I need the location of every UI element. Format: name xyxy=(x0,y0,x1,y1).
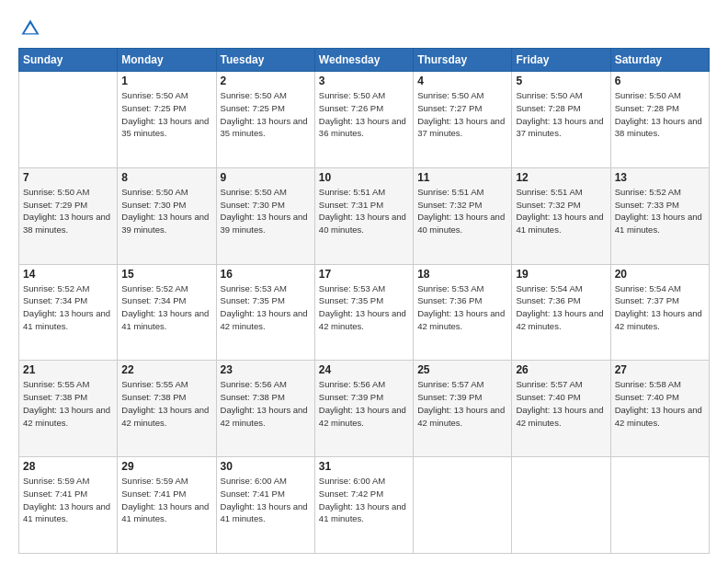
day-number: 19 xyxy=(516,268,606,281)
calendar-day-header: Thursday xyxy=(414,49,512,72)
day-info: Sunrise: 5:51 AM Sunset: 7:32 PM Dayligh… xyxy=(516,186,606,236)
day-number: 15 xyxy=(121,268,211,281)
calendar-cell: 16Sunrise: 5:53 AM Sunset: 7:35 PM Dayli… xyxy=(216,264,314,361)
calendar-week-row: 28Sunrise: 5:59 AM Sunset: 7:41 PM Dayli… xyxy=(19,457,710,554)
calendar-cell: 2Sunrise: 5:50 AM Sunset: 7:25 PM Daylig… xyxy=(216,72,314,168)
day-info: Sunrise: 5:59 AM Sunset: 7:41 PM Dayligh… xyxy=(121,475,211,525)
day-info: Sunrise: 5:50 AM Sunset: 7:28 PM Dayligh… xyxy=(615,89,705,140)
calendar-cell: 26Sunrise: 5:57 AM Sunset: 7:40 PM Dayli… xyxy=(512,361,610,457)
day-info: Sunrise: 5:55 AM Sunset: 7:38 PM Dayligh… xyxy=(121,378,211,429)
day-number: 10 xyxy=(319,171,409,184)
calendar-table: SundayMondayTuesdayWednesdayThursdayFrid… xyxy=(18,48,710,554)
day-info: Sunrise: 5:54 AM Sunset: 7:37 PM Dayligh… xyxy=(615,282,705,333)
day-number: 24 xyxy=(319,363,409,376)
day-number: 28 xyxy=(23,460,113,473)
calendar-cell: 5Sunrise: 5:50 AM Sunset: 7:28 PM Daylig… xyxy=(512,72,610,168)
day-info: Sunrise: 5:53 AM Sunset: 7:35 PM Dayligh… xyxy=(319,282,409,333)
day-number: 25 xyxy=(417,363,507,376)
calendar-cell: 11Sunrise: 5:51 AM Sunset: 7:32 PM Dayli… xyxy=(414,167,512,264)
day-info: Sunrise: 5:50 AM Sunset: 7:30 PM Dayligh… xyxy=(121,186,211,236)
calendar-cell: 20Sunrise: 5:54 AM Sunset: 7:37 PM Dayli… xyxy=(610,264,709,361)
calendar-day-header: Wednesday xyxy=(314,49,413,72)
calendar-cell xyxy=(512,457,610,554)
day-info: Sunrise: 5:59 AM Sunset: 7:41 PM Dayligh… xyxy=(23,475,113,525)
logo xyxy=(18,17,40,39)
calendar-cell: 12Sunrise: 5:51 AM Sunset: 7:32 PM Dayli… xyxy=(512,167,610,264)
day-info: Sunrise: 5:55 AM Sunset: 7:38 PM Dayligh… xyxy=(23,378,113,429)
header xyxy=(18,17,710,39)
calendar-cell: 15Sunrise: 5:52 AM Sunset: 7:34 PM Dayli… xyxy=(118,264,216,361)
day-info: Sunrise: 5:50 AM Sunset: 7:29 PM Dayligh… xyxy=(23,186,113,236)
calendar-cell: 8Sunrise: 5:50 AM Sunset: 7:30 PM Daylig… xyxy=(118,167,216,264)
day-number: 11 xyxy=(417,171,507,184)
day-number: 4 xyxy=(417,75,507,87)
day-number: 27 xyxy=(615,363,705,376)
day-number: 6 xyxy=(615,75,705,87)
day-number: 9 xyxy=(221,171,311,184)
day-number: 17 xyxy=(319,268,409,281)
day-info: Sunrise: 5:50 AM Sunset: 7:25 PM Dayligh… xyxy=(121,89,211,140)
calendar-cell: 19Sunrise: 5:54 AM Sunset: 7:36 PM Dayli… xyxy=(512,264,610,361)
calendar-cell xyxy=(19,72,118,168)
day-number: 29 xyxy=(121,460,211,473)
calendar-cell: 28Sunrise: 5:59 AM Sunset: 7:41 PM Dayli… xyxy=(19,457,118,554)
calendar-cell: 24Sunrise: 5:56 AM Sunset: 7:39 PM Dayli… xyxy=(314,361,413,457)
calendar-cell: 18Sunrise: 5:53 AM Sunset: 7:36 PM Dayli… xyxy=(414,264,512,361)
day-info: Sunrise: 6:00 AM Sunset: 7:42 PM Dayligh… xyxy=(319,475,409,525)
day-number: 20 xyxy=(615,268,705,281)
calendar-day-header: Monday xyxy=(118,49,216,72)
day-info: Sunrise: 6:00 AM Sunset: 7:41 PM Dayligh… xyxy=(221,475,311,525)
calendar-cell: 1Sunrise: 5:50 AM Sunset: 7:25 PM Daylig… xyxy=(118,72,216,168)
day-number: 7 xyxy=(23,171,113,184)
day-info: Sunrise: 5:53 AM Sunset: 7:36 PM Dayligh… xyxy=(417,282,507,333)
day-number: 23 xyxy=(221,363,311,376)
calendar-cell: 14Sunrise: 5:52 AM Sunset: 7:34 PM Dayli… xyxy=(19,264,118,361)
calendar-cell: 4Sunrise: 5:50 AM Sunset: 7:27 PM Daylig… xyxy=(414,72,512,168)
page: SundayMondayTuesdayWednesdayThursdayFrid… xyxy=(0,0,728,563)
day-info: Sunrise: 5:52 AM Sunset: 7:33 PM Dayligh… xyxy=(615,186,705,236)
day-number: 13 xyxy=(615,171,705,184)
day-info: Sunrise: 5:50 AM Sunset: 7:26 PM Dayligh… xyxy=(319,89,409,140)
calendar-cell: 31Sunrise: 6:00 AM Sunset: 7:42 PM Dayli… xyxy=(314,457,413,554)
day-number: 21 xyxy=(23,363,113,376)
calendar-cell: 10Sunrise: 5:51 AM Sunset: 7:31 PM Dayli… xyxy=(314,167,413,264)
calendar-day-header: Sunday xyxy=(19,49,118,72)
calendar-cell: 23Sunrise: 5:56 AM Sunset: 7:38 PM Dayli… xyxy=(216,361,314,457)
day-number: 1 xyxy=(121,75,211,87)
calendar-cell: 3Sunrise: 5:50 AM Sunset: 7:26 PM Daylig… xyxy=(314,72,413,168)
day-number: 5 xyxy=(516,75,606,87)
calendar-week-row: 1Sunrise: 5:50 AM Sunset: 7:25 PM Daylig… xyxy=(19,72,710,168)
day-number: 22 xyxy=(121,363,211,376)
calendar-week-row: 14Sunrise: 5:52 AM Sunset: 7:34 PM Dayli… xyxy=(19,264,710,361)
day-info: Sunrise: 5:53 AM Sunset: 7:35 PM Dayligh… xyxy=(221,282,311,333)
day-info: Sunrise: 5:50 AM Sunset: 7:30 PM Dayligh… xyxy=(221,186,311,236)
day-number: 2 xyxy=(221,75,311,87)
day-info: Sunrise: 5:50 AM Sunset: 7:25 PM Dayligh… xyxy=(221,89,311,140)
day-info: Sunrise: 5:57 AM Sunset: 7:39 PM Dayligh… xyxy=(417,378,507,429)
day-number: 18 xyxy=(417,268,507,281)
day-info: Sunrise: 5:50 AM Sunset: 7:28 PM Dayligh… xyxy=(516,89,606,140)
calendar-day-header: Tuesday xyxy=(216,49,314,72)
calendar-cell: 25Sunrise: 5:57 AM Sunset: 7:39 PM Dayli… xyxy=(414,361,512,457)
day-number: 12 xyxy=(516,171,606,184)
day-info: Sunrise: 5:51 AM Sunset: 7:32 PM Dayligh… xyxy=(417,186,507,236)
day-info: Sunrise: 5:54 AM Sunset: 7:36 PM Dayligh… xyxy=(516,282,606,333)
calendar-cell: 6Sunrise: 5:50 AM Sunset: 7:28 PM Daylig… xyxy=(610,72,709,168)
day-number: 31 xyxy=(319,460,409,473)
calendar-cell: 17Sunrise: 5:53 AM Sunset: 7:35 PM Dayli… xyxy=(314,264,413,361)
calendar-cell: 22Sunrise: 5:55 AM Sunset: 7:38 PM Dayli… xyxy=(118,361,216,457)
day-info: Sunrise: 5:57 AM Sunset: 7:40 PM Dayligh… xyxy=(516,378,606,429)
day-info: Sunrise: 5:56 AM Sunset: 7:39 PM Dayligh… xyxy=(319,378,409,429)
calendar-week-row: 7Sunrise: 5:50 AM Sunset: 7:29 PM Daylig… xyxy=(19,167,710,264)
day-number: 26 xyxy=(516,363,606,376)
calendar-day-header: Friday xyxy=(512,49,610,72)
calendar-day-header: Saturday xyxy=(610,49,709,72)
day-info: Sunrise: 5:58 AM Sunset: 7:40 PM Dayligh… xyxy=(615,378,705,429)
day-info: Sunrise: 5:52 AM Sunset: 7:34 PM Dayligh… xyxy=(23,282,113,333)
calendar-cell: 29Sunrise: 5:59 AM Sunset: 7:41 PM Dayli… xyxy=(118,457,216,554)
day-number: 16 xyxy=(221,268,311,281)
day-info: Sunrise: 5:50 AM Sunset: 7:27 PM Dayligh… xyxy=(417,89,507,140)
calendar-cell: 21Sunrise: 5:55 AM Sunset: 7:38 PM Dayli… xyxy=(19,361,118,457)
calendar-cell: 7Sunrise: 5:50 AM Sunset: 7:29 PM Daylig… xyxy=(19,167,118,264)
calendar-cell xyxy=(414,457,512,554)
